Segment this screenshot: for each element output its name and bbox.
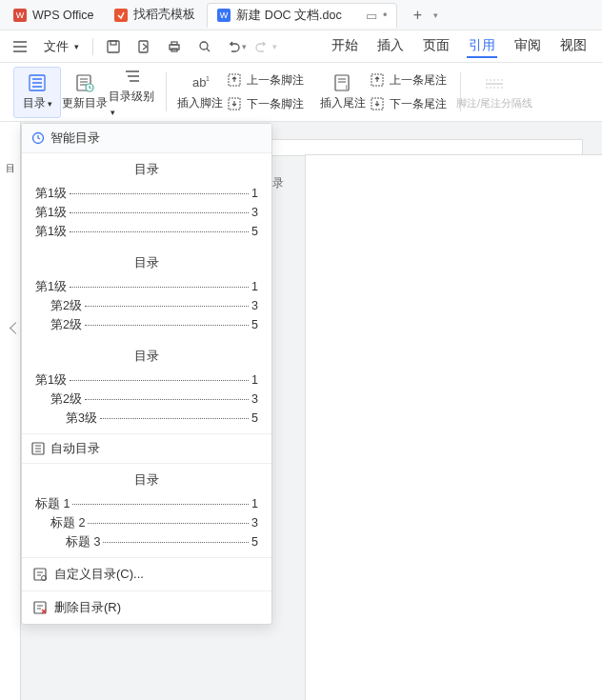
toc-button[interactable]: 目录▾ [13,67,61,118]
toc-icon [27,72,48,93]
tab-label: 找稻壳模板 [133,7,195,23]
tab-start[interactable]: 开始 [330,35,360,58]
separator-icon [484,73,505,94]
toc-preview-single-level[interactable]: 目录 第1级1 第1级3 第1级5 [22,153,271,247]
ribbon-tabs: 开始 插入 页面 引用 审阅 视图 [330,35,589,58]
prev-footnote-icon [228,73,243,87]
svg-text:W: W [220,10,229,20]
ribbon-divider [166,72,167,111]
window-icon[interactable]: ▭ [366,9,377,23]
clock-icon [31,131,45,145]
toc-title: 目录 [35,254,258,271]
smart-toc-header: 智能目录 [22,124,271,153]
hamburger-menu[interactable] [8,37,32,56]
divider [92,38,93,55]
print-preview-icon[interactable] [192,34,217,59]
tab-reference[interactable]: 引用 [467,35,497,58]
svg-text:1: 1 [206,75,210,82]
next-footnote-button[interactable]: 下一条脚注 [224,94,308,114]
ribbon-group-toc: 目录▾ 更新目录 目录级别▾ [8,67,162,117]
toc-preview-auto[interactable]: 目录 标题 11 标题 23 标题 35 [22,464,271,557]
word-doc-icon: W [217,9,231,22]
svg-rect-5 [108,41,119,52]
tab-menu-icon[interactable]: • [383,9,387,22]
vertical-ruler[interactable]: 目 [0,122,21,700]
save-icon[interactable] [101,34,126,59]
next-endnote-button[interactable]: 下一条尾注 [367,94,451,114]
file-menu[interactable]: 文件▾ [38,34,85,59]
undo-icon[interactable]: ▾ [223,34,248,59]
toc-dropdown: 智能目录 目录 第1级1 第1级3 第1级5 目录 第1级1 第2级3 第2级5… [21,123,272,625]
svg-text:i: i [346,84,348,90]
prev-endnote-icon [371,73,386,87]
tab-page[interactable]: 页面 [421,35,452,58]
menubar: 文件▾ ▾ ▾ 开始 插入 页面 引用 审阅 视图 [0,30,602,63]
svg-rect-6 [110,41,116,45]
tab-label: 新建 DOC 文档.doc [236,8,341,24]
svg-rect-2 [114,9,128,22]
toc-title: 目录 [35,161,258,178]
ribbon-group-endnote: i 插入尾注 上一条尾注 下一条尾注 [313,67,456,117]
toc-title: 目录 [35,348,258,365]
svg-text:ab: ab [192,75,206,90]
document-page[interactable] [305,154,602,700]
separator-button[interactable]: 脚注/尾注分隔线 [471,67,518,118]
wps-icon: W [13,9,27,22]
footnote-icon: ab1 [190,72,211,93]
svg-rect-25 [34,569,46,580]
toc-side-label: 目 [6,162,15,175]
ribbon-group-footnote: ab1 插入脚注 上一条脚注 下一条脚注 [171,67,313,117]
update-toc-icon [74,72,95,93]
custom-toc-icon [33,568,47,581]
ribbon-group-separator: 脚注/尾注分隔线 [465,67,524,117]
list-icon [31,442,45,455]
tabs-overflow-icon[interactable]: ▾ [433,10,438,20]
toc-preview-three-level[interactable]: 目录 第1级1 第2级3 第3级5 [22,340,271,433]
custom-toc-action[interactable]: 自定义目录(C)... [22,557,271,590]
tab-review[interactable]: 审阅 [512,35,543,58]
cursor-mark: 录 [272,175,284,191]
new-tab-button[interactable]: + [405,3,430,28]
svg-rect-9 [171,42,177,45]
toc-level-icon [122,67,143,87]
tab-docer[interactable]: 找稻壳模板 [105,3,205,28]
toc-level-button[interactable]: 目录级别▾ [109,67,156,118]
tab-label: WPS Office [32,9,93,22]
tab-view[interactable]: 视图 [558,35,589,58]
insert-endnote-button[interactable]: i 插入尾注 [319,67,367,118]
ribbon: 目录▾ 更新目录 目录级别▾ ab1 插入脚注 上一条脚注 下一条脚注 i 插入… [0,63,602,122]
auto-toc-header: 自动目录 [22,433,271,464]
toc-preview-two-level[interactable]: 目录 第1级1 第2级3 第2级5 [22,247,271,340]
redo-icon[interactable]: ▾ [253,34,278,59]
svg-point-11 [200,42,208,50]
endnote-icon: i [332,72,353,93]
docer-icon [114,9,128,22]
print-icon[interactable] [162,34,187,59]
prev-endnote-button[interactable]: 上一条尾注 [367,70,451,90]
update-toc-button[interactable]: 更新目录 [61,67,109,118]
svg-text:W: W [16,10,25,20]
prev-footnote-button[interactable]: 上一条脚注 [224,70,308,90]
tab-document[interactable]: W 新建 DOC 文档.doc ▭ • [207,3,397,28]
delete-toc-icon [33,601,47,614]
delete-toc-action[interactable]: 删除目录(R) [22,590,271,624]
tab-insert[interactable]: 插入 [375,35,406,58]
tab-wps-office[interactable]: W WPS Office [4,3,103,28]
title-tabs: W WPS Office 找稻壳模板 W 新建 DOC 文档.doc ▭ • +… [0,0,602,30]
insert-footnote-button[interactable]: ab1 插入脚注 [176,67,224,118]
next-footnote-icon [228,97,243,110]
toc-title: 目录 [35,471,258,489]
next-endnote-icon [371,97,386,110]
export-icon[interactable] [131,34,156,59]
